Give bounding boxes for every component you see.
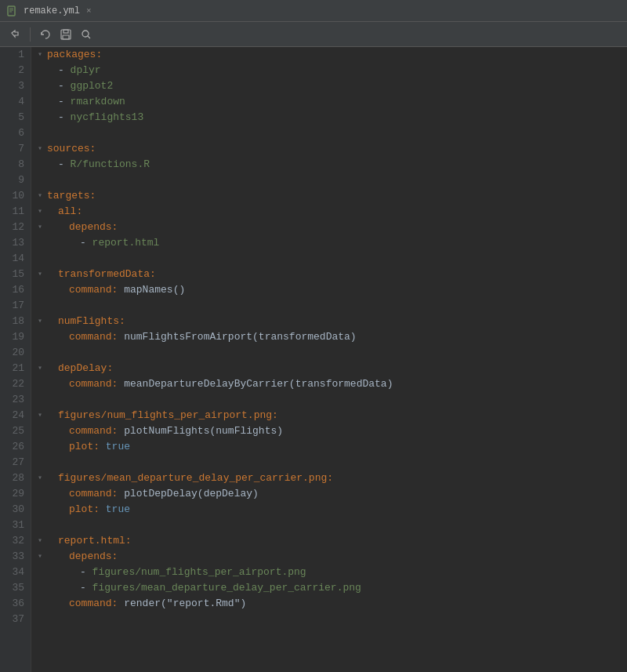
fold-arrow-1[interactable]: ▾ [38, 47, 47, 63]
code-part-35-1: - [80, 580, 92, 596]
save-button[interactable] [57, 26, 74, 43]
fold-arrow-11[interactable]: ▾ [38, 204, 47, 220]
code-part-1-0: packages: [47, 47, 102, 63]
code-content[interactable]: ▾packages: - dplyr - ggplot2 - rmarkdown… [31, 47, 627, 672]
fold-spacer-23 [38, 392, 47, 408]
code-line-5: - nycflights13 [38, 110, 621, 125]
fold-spacer-20 [38, 345, 47, 361]
fold-arrow-32[interactable]: ▾ [38, 533, 47, 549]
line-number-6: 6 [6, 125, 24, 141]
fold-arrow-21[interactable]: ▾ [38, 361, 47, 376]
fold-spacer-26 [38, 439, 47, 455]
back-button[interactable] [6, 26, 24, 43]
fold-spacer-8 [38, 157, 47, 173]
fold-spacer-31 [38, 518, 47, 533]
code-line-20 [38, 345, 621, 361]
code-part-16-1: command: [69, 282, 124, 298]
fold-spacer-3 [38, 78, 47, 94]
file-icon [6, 5, 19, 17]
code-line-14 [38, 251, 621, 267]
fold-spacer-5 [38, 110, 47, 125]
code-part-26-2: true [106, 439, 130, 455]
svg-rect-6 [63, 35, 69, 39]
code-part-32-1: report.html: [58, 533, 132, 549]
code-part-35-2: figures/mean_departure_delay_per_carrier… [92, 580, 361, 596]
line-number-28: 28 [6, 470, 24, 486]
svg-rect-0 [8, 6, 15, 16]
fold-arrow-10[interactable]: ▾ [38, 188, 47, 204]
code-part-36-1: command: [69, 596, 124, 612]
code-line-13: - report.html [38, 235, 621, 251]
line-number-10: 10 [6, 188, 24, 204]
code-part-30-2: true [106, 502, 130, 518]
code-line-2: - dplyr [38, 63, 621, 78]
line-number-18: 18 [6, 314, 24, 329]
code-part-3-2: ggplot2 [71, 78, 114, 94]
code-line-7: ▾sources: [38, 141, 621, 157]
svg-rect-5 [63, 30, 68, 33]
code-line-37 [38, 612, 621, 627]
code-part-8-2: R/functions.R [71, 157, 150, 173]
code-line-34: - figures/num_flights_per_airport.png [38, 565, 621, 580]
code-part-5-2: nycflights13 [71, 110, 144, 125]
code-line-17 [38, 298, 621, 314]
fold-arrow-28[interactable]: ▾ [38, 470, 47, 486]
fold-spacer-27 [38, 455, 47, 470]
line-number-2: 2 [6, 63, 24, 78]
fold-spacer-14 [38, 251, 47, 267]
fold-spacer-37 [38, 612, 47, 627]
code-part-12-1: depends: [69, 220, 118, 235]
line-number-1: 1 [6, 47, 24, 63]
fold-arrow-12[interactable]: ▾ [38, 220, 47, 235]
code-line-18: ▾numFlights: [38, 314, 621, 329]
line-number-12: 12 [6, 220, 24, 235]
code-line-22: command: meanDepartureDelayByCarrier(tra… [38, 376, 621, 392]
line-number-33: 33 [6, 549, 24, 565]
editor-area: 1234567891011121314151617181920212223242… [0, 47, 627, 672]
fold-arrow-24[interactable]: ▾ [38, 408, 47, 423]
code-part-8-1: - [58, 157, 71, 173]
title-bar: remake.yml × [0, 0, 627, 22]
code-part-25-2: plotNumFlights(numFlights) [124, 423, 283, 439]
code-line-3: - ggplot2 [38, 78, 621, 94]
fold-spacer-9 [38, 173, 47, 188]
fold-arrow-33[interactable]: ▾ [38, 549, 47, 565]
code-line-1: ▾packages: [38, 47, 621, 63]
line-number-22: 22 [6, 376, 24, 392]
tab-filename: remake.yml [24, 5, 80, 16]
line-number-27: 27 [6, 455, 24, 470]
code-part-19-1: command: [69, 329, 124, 345]
fold-arrow-15[interactable]: ▾ [38, 267, 47, 282]
line-number-37: 37 [6, 612, 24, 627]
fold-spacer-29 [38, 486, 47, 502]
code-part-13-1: - [80, 235, 92, 251]
line-number-25: 25 [6, 423, 24, 439]
line-number-11: 11 [6, 204, 24, 220]
fold-arrow-18[interactable]: ▾ [38, 314, 47, 329]
code-part-3-1: - [58, 78, 71, 94]
fold-spacer-4 [38, 94, 47, 110]
code-line-10: ▾targets: [38, 188, 621, 204]
svg-point-7 [82, 31, 89, 37]
search-button[interactable] [78, 26, 95, 43]
line-number-17: 17 [6, 298, 24, 314]
code-line-26: plot: true [38, 439, 621, 455]
undo-button[interactable] [37, 26, 54, 43]
code-line-31 [38, 518, 621, 533]
line-number-21: 21 [6, 361, 24, 376]
code-line-21: ▾depDelay: [38, 361, 621, 376]
tab-close-button[interactable]: × [86, 6, 92, 16]
fold-arrow-7[interactable]: ▾ [38, 141, 47, 157]
code-part-21-1: depDelay: [58, 361, 113, 376]
line-number-8: 8 [6, 157, 24, 173]
line-number-16: 16 [6, 282, 24, 298]
code-line-29: command: plotDepDelay(depDelay) [38, 486, 621, 502]
line-number-36: 36 [6, 596, 24, 612]
fold-spacer-13 [38, 235, 47, 251]
line-number-35: 35 [6, 580, 24, 596]
fold-spacer-34 [38, 565, 47, 580]
code-line-19: command: numFlightsFromAirport(transform… [38, 329, 621, 345]
code-line-8: - R/functions.R [38, 157, 621, 173]
fold-spacer-17 [38, 298, 47, 314]
fold-spacer-16 [38, 282, 47, 298]
